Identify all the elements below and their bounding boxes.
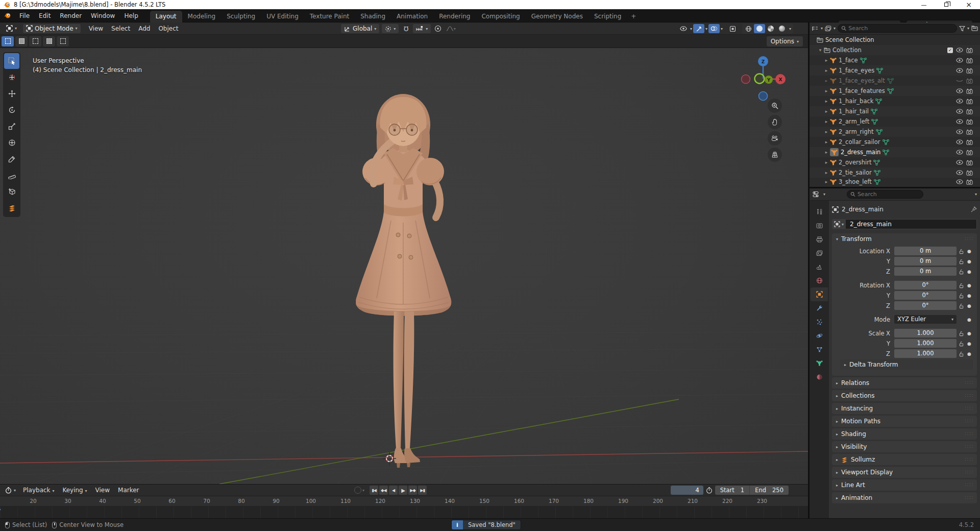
object-visibility-selector[interactable] bbox=[678, 24, 689, 33]
app-menu-button[interactable] bbox=[0, 9, 15, 22]
play-reverse-button[interactable]: ◀ bbox=[389, 486, 398, 495]
render-camera-icon[interactable] bbox=[966, 129, 973, 135]
outliner-row-scene-collection[interactable]: Scene Collection bbox=[810, 35, 980, 45]
render-camera-icon[interactable] bbox=[966, 47, 973, 53]
menu-view[interactable]: View bbox=[85, 25, 107, 32]
rotation-x-field[interactable]: 0° bbox=[894, 281, 957, 289]
restore-button[interactable] bbox=[935, 0, 958, 9]
object-id-selector[interactable]: ▾ bbox=[832, 219, 846, 229]
animate-dot[interactable]: ● bbox=[966, 293, 973, 298]
tab-object[interactable] bbox=[811, 287, 828, 301]
section-visibility[interactable]: ▸Visibility bbox=[832, 441, 977, 452]
object-name-field[interactable]: 2_dress_main bbox=[846, 219, 977, 229]
location-y-field[interactable]: 0 m bbox=[894, 257, 957, 266]
tab-view-layer[interactable] bbox=[811, 246, 828, 260]
menu-file[interactable]: File bbox=[15, 9, 34, 22]
tab-render[interactable] bbox=[811, 219, 828, 232]
close-button[interactable]: × bbox=[958, 0, 980, 9]
select-mode-invert-button[interactable] bbox=[43, 36, 55, 46]
properties-search-input[interactable] bbox=[857, 191, 920, 198]
viewport-canvas[interactable]: User Perspective (4) Scene Collection | … bbox=[0, 48, 808, 484]
drag-handle[interactable] bbox=[965, 445, 973, 449]
proportional-editing-toggle[interactable] bbox=[432, 24, 444, 33]
tab-scene[interactable] bbox=[811, 260, 828, 274]
hide-eye-icon[interactable] bbox=[956, 47, 963, 53]
section-viewport-display[interactable]: ▸Viewport Display bbox=[832, 467, 977, 478]
next-keyframe-button[interactable]: ▶◆ bbox=[408, 486, 417, 495]
menu-playback[interactable]: Playback ▾ bbox=[19, 487, 58, 494]
end-frame-field[interactable]: End 250 bbox=[749, 486, 789, 495]
menu-add[interactable]: Add bbox=[134, 25, 154, 32]
perspective-toggle-button[interactable] bbox=[768, 148, 782, 162]
animate-dot[interactable]: ● bbox=[966, 351, 973, 356]
select-mode-new-button[interactable] bbox=[2, 36, 14, 46]
outliner-row-object[interactable]: ▸ 1_face_eyes_alt bbox=[810, 76, 980, 86]
tab-object-data[interactable] bbox=[811, 356, 828, 370]
render-camera-icon[interactable] bbox=[966, 78, 973, 84]
drag-handle[interactable] bbox=[965, 483, 973, 487]
render-camera-icon[interactable] bbox=[966, 179, 973, 185]
outliner-row-object[interactable]: ▸ 2_overshirt bbox=[810, 157, 980, 167]
section-instancing[interactable]: ▸Instancing bbox=[832, 403, 977, 414]
options-button[interactable]: Options ▾ bbox=[767, 36, 803, 46]
tab-modifiers[interactable] bbox=[811, 301, 828, 315]
outliner-row-object[interactable]: ▸ 2_arm_right bbox=[810, 127, 980, 137]
tool-measure[interactable] bbox=[4, 167, 19, 183]
current-frame-field[interactable]: 4 bbox=[671, 486, 703, 495]
lock-icon[interactable] bbox=[957, 268, 966, 275]
tab-constraints[interactable] bbox=[811, 343, 828, 356]
tab-compositing[interactable]: Compositing bbox=[476, 11, 525, 22]
menu-window[interactable]: Window bbox=[86, 9, 119, 22]
tab-modeling[interactable]: Modeling bbox=[182, 11, 222, 22]
expand-icon[interactable]: ▸ bbox=[823, 109, 830, 114]
tool-add-cube[interactable] bbox=[4, 184, 19, 200]
select-mode-extend-button[interactable] bbox=[15, 36, 28, 46]
chevron-down-icon[interactable]: ▾ bbox=[975, 192, 977, 197]
section-sollumz[interactable]: ▸ Sollumz bbox=[832, 454, 977, 465]
drag-handle[interactable] bbox=[965, 394, 973, 398]
section-collections[interactable]: ▸Collections bbox=[832, 390, 977, 401]
render-camera-icon[interactable] bbox=[966, 68, 973, 74]
outliner-row-object[interactable]: ▸ 1_face bbox=[810, 55, 980, 65]
outliner-row-object[interactable]: ▸ 2_collar_sailor bbox=[810, 137, 980, 147]
expand-icon[interactable]: ▸ bbox=[823, 150, 830, 155]
section-motion-paths[interactable]: ▸Motion Paths bbox=[832, 416, 977, 427]
expand-icon[interactable]: ▸ bbox=[823, 179, 830, 184]
drag-handle[interactable] bbox=[965, 406, 973, 411]
menu-object[interactable]: Object bbox=[154, 25, 182, 32]
outliner-row-object[interactable]: ▸ 1_hair_tail bbox=[810, 106, 980, 116]
lock-icon[interactable] bbox=[957, 248, 966, 255]
timeline-editor-type-button[interactable]: ▾ bbox=[2, 486, 19, 495]
hide-eye-icon[interactable] bbox=[956, 58, 963, 63]
expand-icon[interactable]: ▸ bbox=[823, 68, 830, 73]
outliner-row-object[interactable]: ▸ 1_face_features bbox=[810, 86, 980, 96]
properties-search[interactable] bbox=[847, 190, 923, 199]
expand-icon[interactable]: ▸ bbox=[823, 139, 830, 144]
section-animation[interactable]: ▸Animation bbox=[832, 492, 977, 503]
tool-annotate[interactable] bbox=[4, 151, 19, 167]
drag-handle[interactable] bbox=[965, 470, 973, 474]
tab-animation[interactable]: Animation bbox=[391, 11, 433, 22]
render-camera-icon[interactable] bbox=[966, 150, 973, 155]
tab-sculpting[interactable]: Sculpting bbox=[221, 11, 261, 22]
pan-button[interactable] bbox=[768, 115, 782, 129]
scale-x-field[interactable]: 1.000 bbox=[894, 329, 957, 337]
scale-z-field[interactable]: 1.000 bbox=[894, 349, 957, 358]
gizmo-z-neg-axis[interactable] bbox=[759, 92, 768, 101]
timeline-ruler[interactable]: 20 30 40 50 60 70 80 90 100 110 120 130 … bbox=[0, 496, 808, 506]
tool-transform[interactable] bbox=[4, 135, 19, 151]
hide-eye-icon[interactable] bbox=[956, 129, 963, 134]
expand-icon[interactable]: ▸ bbox=[823, 170, 830, 175]
animate-dot[interactable]: ● bbox=[966, 283, 973, 288]
hide-eye-icon[interactable] bbox=[956, 160, 963, 165]
menu-marker[interactable]: Marker bbox=[114, 487, 143, 494]
lock-icon[interactable] bbox=[957, 350, 966, 357]
expand-icon[interactable]: ▸ bbox=[823, 58, 830, 63]
outliner-row-object[interactable]: ▸ 1_hair_back bbox=[810, 96, 980, 106]
shading-rendered-button[interactable] bbox=[776, 24, 788, 33]
section-relations[interactable]: ▸Relations bbox=[832, 377, 977, 389]
section-line-art[interactable]: ▸Line Art bbox=[832, 479, 977, 491]
lock-icon[interactable] bbox=[957, 340, 966, 347]
transform-panel-header[interactable]: ▾ Transform bbox=[832, 233, 977, 245]
drag-handle[interactable] bbox=[965, 432, 973, 436]
